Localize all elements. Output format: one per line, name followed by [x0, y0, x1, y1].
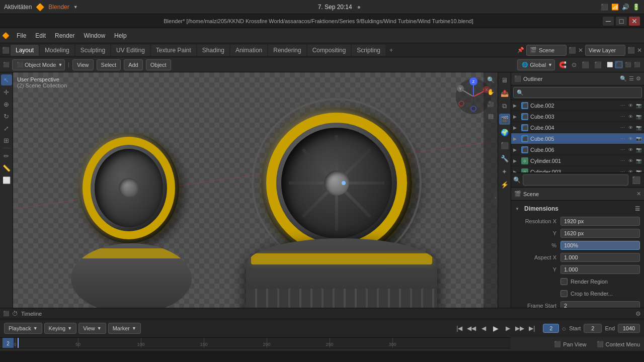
viewport-shade-solid[interactable]: ⬛ — [615, 61, 623, 68]
menu-window[interactable]: Window — [79, 31, 109, 41]
add-menu[interactable]: Add — [124, 59, 143, 70]
item-render-icon[interactable]: 📷 — [635, 124, 642, 131]
outliner-item-cube006[interactable]: ▶ ⬛ Cube.006 ⋯ 👁 📷 — [511, 144, 644, 155]
proportional-edit-icon[interactable]: ⊙ — [571, 60, 578, 69]
tab-compositing[interactable]: Compositing — [307, 45, 351, 56]
transform-tool[interactable]: ⊞ — [1, 135, 12, 146]
camera-icon[interactable]: 🎥 — [485, 99, 496, 110]
outliner-settings-icon[interactable]: ⚙ — [636, 75, 641, 82]
props-filter-icon[interactable]: ⬛ — [630, 176, 642, 184]
app-menu-arrow[interactable]: ▼ — [73, 5, 78, 10]
step-back-button[interactable]: ◀◀ — [466, 323, 476, 333]
tab-modeling[interactable]: Modeling — [40, 45, 74, 56]
timeline-scrubber[interactable]: 2 0 50 100 150 200 250 300 — [0, 337, 511, 348]
annotate-tool[interactable]: ✏ — [1, 150, 12, 161]
item-visible-icon[interactable]: 👁 — [627, 113, 634, 120]
mirror-icon[interactable]: ⬛ — [581, 60, 590, 69]
outliner-item-cube005[interactable]: ▶ ⬛ Cube.005 ⋯ 👁 📷 — [511, 133, 644, 144]
object-menu[interactable]: Object — [146, 59, 171, 70]
tab-rendering[interactable]: Rendering — [268, 45, 306, 56]
step-prev-button[interactable]: ◀ — [478, 323, 489, 333]
world-props-icon[interactable]: 🌍 — [499, 127, 510, 138]
viewport-shade-render[interactable]: ⬛ — [633, 61, 641, 68]
view-menu[interactable]: View — [72, 59, 94, 70]
timeline-view-menu[interactable]: View ▼ — [78, 323, 106, 334]
tab-sculpting[interactable]: Sculpting — [75, 45, 110, 56]
marker-menu[interactable]: Marker ▼ — [108, 323, 141, 334]
outliner-search-icon[interactable]: 🔍 — [620, 75, 627, 82]
particles-props-icon[interactable]: ✦ — [499, 166, 510, 177]
object-mode-dropdown[interactable]: ⬛ Object Mode ▼ — [12, 59, 65, 70]
scene-selector[interactable]: 🎬 Scene — [526, 45, 567, 56]
tab-animation[interactable]: Animation — [230, 45, 267, 56]
jump-start-button[interactable]: |◀ — [454, 323, 464, 333]
outliner-item-cylinder003[interactable]: ▶ ○ Cylinder.003 ⋯ 👁 📷 — [511, 166, 644, 173]
outliner-filter-icon[interactable]: ☰ — [629, 75, 634, 82]
outliner-item-cube004[interactable]: ▶ ⬛ Cube.004 ⋯ 👁 📷 — [511, 122, 644, 133]
item-visible-icon[interactable]: 👁 — [627, 124, 634, 131]
item-visible-icon[interactable]: 👁 — [627, 157, 634, 164]
output-props-icon[interactable]: 📤 — [499, 87, 510, 99]
resolution-y-value[interactable]: 1620 px — [560, 229, 640, 238]
tab-uv-editing[interactable]: UV Editing — [111, 45, 150, 56]
activities-label[interactable]: Aktivitäten — [4, 4, 32, 11]
menu-help[interactable]: Help — [110, 31, 131, 41]
menu-file[interactable]: File — [13, 31, 30, 41]
measure-tool[interactable]: 📏 — [1, 162, 12, 173]
viewport[interactable]: User Perspective (2) Scene Collection Z … — [13, 72, 498, 308]
select-tool[interactable]: ↖ — [1, 74, 12, 85]
viewport-shade-wire[interactable]: ⬜ — [606, 61, 614, 68]
crop-render-checkbox[interactable] — [560, 290, 568, 297]
scene-props-icon[interactable]: 🎬 — [499, 114, 510, 125]
playback-menu[interactable]: Playback ▼ — [4, 323, 42, 334]
window-controls[interactable]: ─ □ ✕ — [603, 17, 640, 26]
item-render-icon[interactable]: 📷 — [635, 135, 642, 142]
frame-start-value[interactable]: 2 — [560, 301, 640, 308]
select-menu[interactable]: Select — [97, 59, 121, 70]
layers-icon[interactable]: ▤ — [485, 111, 496, 122]
item-render-icon[interactable]: 📷 — [635, 157, 642, 164]
object-props-icon[interactable]: ⬛ — [499, 140, 510, 151]
tab-texture-paint[interactable]: Texture Paint — [151, 45, 196, 56]
frame-start-input[interactable]: 2 — [584, 324, 602, 333]
aspect-x-value[interactable]: 1.000 — [560, 253, 640, 262]
right-panel-collapse[interactable]: ‹ — [494, 190, 498, 205]
keying-menu[interactable]: Keying ▼ — [44, 323, 77, 334]
outliner-search-input[interactable] — [513, 87, 642, 98]
item-visible-icon[interactable]: 👁 — [627, 168, 634, 173]
dimensions-list-icon[interactable]: ☰ — [635, 206, 640, 212]
toolbar-expand-icon[interactable]: ⬛ — [3, 62, 9, 67]
view-layer-selector[interactable]: View Layer — [585, 45, 625, 56]
close-button[interactable]: ✕ — [629, 17, 640, 26]
hand-tool[interactable]: ✋ — [485, 86, 496, 98]
overlay-options-icon[interactable]: ⬛ — [593, 60, 603, 69]
props-search-input[interactable] — [523, 174, 628, 186]
step-next-button[interactable]: ▶ — [503, 323, 513, 333]
outliner-item-cylinder001[interactable]: ▶ ○ Cylinder.001 ⋯ 👁 📷 — [511, 155, 644, 166]
item-visible-icon[interactable]: 👁 — [627, 146, 634, 153]
render-region-checkbox[interactable] — [560, 278, 568, 285]
physics-props-icon[interactable]: ⚡ — [499, 179, 510, 190]
maximize-button[interactable]: □ — [616, 17, 627, 26]
cursor-tool[interactable]: ✛ — [1, 86, 12, 98]
view-layer-props-icon[interactable]: ⧉ — [499, 101, 510, 112]
item-render-icon[interactable]: 📷 — [635, 102, 642, 109]
tab-shading[interactable]: Shading — [197, 45, 229, 56]
item-visible-icon[interactable]: 👁 — [627, 102, 634, 109]
scene-close-icon[interactable]: ✕ — [578, 47, 583, 54]
zoom-in-button[interactable]: 🔍 — [485, 74, 496, 85]
modifier-props-icon[interactable]: 🔧 — [499, 153, 510, 164]
resolution-pct-value[interactable]: 100% — [560, 241, 640, 250]
snap-icon[interactable]: 🧲 — [558, 60, 568, 69]
jump-end-button[interactable]: ▶| — [527, 323, 537, 333]
dimensions-header[interactable]: Dimensions ☰ — [515, 203, 640, 215]
item-visible-icon[interactable]: 👁 — [627, 135, 634, 142]
tab-layout[interactable]: Layout — [11, 45, 39, 56]
item-render-icon[interactable]: 📷 — [635, 168, 642, 173]
render-props-icon[interactable]: 🖥 — [499, 74, 510, 85]
frame-end-input[interactable]: 1040 — [618, 324, 640, 333]
outliner-item-cube003[interactable]: ▶ ⬛ Cube.003 ⋯ 👁 📷 — [511, 111, 644, 122]
current-frame-display[interactable]: 2 — [543, 324, 559, 333]
menu-edit[interactable]: Edit — [31, 31, 50, 41]
item-render-icon[interactable]: 📷 — [635, 113, 642, 120]
